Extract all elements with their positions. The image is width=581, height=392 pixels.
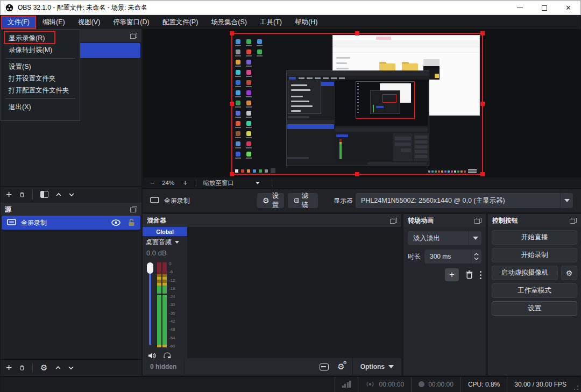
- lock-open-icon[interactable]: [128, 219, 135, 226]
- fit-mode-label[interactable]: 缩放至窗口: [196, 179, 256, 187]
- desktop-icon: [246, 60, 251, 65]
- menu-view[interactable]: 视图(V): [72, 16, 107, 29]
- title-bar: OBS 32.1.0 - 配置文件: 未命名 - 场景: 未命名 ✕: [0, 0, 581, 15]
- menu-item-settings[interactable]: 设置(S): [1, 61, 80, 73]
- zoom-level: 24%: [162, 180, 174, 186]
- popout-icon[interactable]: [130, 33, 137, 39]
- duration-label: 时长: [408, 252, 421, 261]
- menu-item-exit[interactable]: 退出(X): [1, 101, 80, 113]
- transition-properties-kebab-icon[interactable]: [480, 271, 481, 279]
- resize-grip[interactable]: [573, 385, 579, 390]
- start-virtual-camera-button[interactable]: 启动虚拟摄像机: [492, 266, 558, 280]
- desktop-icon: [246, 39, 251, 44]
- tray-icon: [444, 170, 447, 173]
- tray-icon: [428, 170, 430, 173]
- desktop-icon: [246, 70, 251, 75]
- popout-icon[interactable]: [390, 218, 397, 224]
- menu-edit[interactable]: 编辑(E): [36, 16, 72, 29]
- maximize-button[interactable]: [532, 1, 556, 15]
- start-recording-button[interactable]: 开始录制: [492, 248, 577, 262]
- volume-slider-handle[interactable]: [147, 262, 153, 274]
- status-bar: 00:00:00 00:00:00 CPU: 0.8% 30.00 / 30.0…: [1, 376, 580, 391]
- source-settings-button[interactable]: ⚙ 设置: [257, 193, 284, 208]
- desktop-icon: [246, 141, 251, 146]
- menu-profile[interactable]: 配置文件(P): [156, 16, 205, 29]
- obs-logo-icon: [5, 4, 13, 12]
- settings-button[interactable]: 设置: [492, 301, 577, 316]
- add-source-button[interactable]: +: [6, 362, 12, 373]
- virtual-camera-settings-button[interactable]: ⚙: [561, 266, 577, 280]
- popout-icon[interactable]: [130, 206, 137, 212]
- popout-icon[interactable]: [570, 218, 577, 224]
- menu-item-show-profile-folder[interactable]: 打开配置文件文件夹: [1, 84, 80, 96]
- menu-help[interactable]: 帮助(H): [288, 16, 324, 29]
- mixer-title: 混音器: [147, 216, 166, 225]
- close-button[interactable]: ✕: [556, 1, 580, 15]
- transitions-panel: 转场动画 淡入淡出 时长 300 ms +: [403, 214, 486, 375]
- desktop-icon: [236, 60, 240, 65]
- zoom-out-button[interactable]: −: [143, 179, 162, 187]
- chevron-down-icon[interactable]: [256, 182, 260, 184]
- add-scene-button[interactable]: +: [6, 189, 12, 199]
- minimize-button[interactable]: [508, 1, 532, 15]
- sources-panel-title: 源: [5, 205, 11, 214]
- mixer-options-button[interactable]: Options: [353, 363, 401, 370]
- gear-icon: ⚙: [566, 269, 573, 277]
- tray-icon: [448, 170, 450, 173]
- popout-icon[interactable]: [474, 218, 481, 224]
- desktop-icon: [236, 111, 240, 116]
- volume-slider[interactable]: [146, 262, 154, 347]
- remove-transition-button[interactable]: [465, 270, 473, 279]
- advanced-audio-gears-icon[interactable]: ⚙⚙: [337, 362, 344, 372]
- add-transition-button[interactable]: +: [445, 268, 459, 281]
- scene-filters-button[interactable]: [40, 191, 48, 198]
- menu-file[interactable]: 文件(F): [1, 16, 36, 29]
- move-source-up-button[interactable]: [55, 365, 61, 370]
- filters-icon: [294, 197, 299, 204]
- studio-mode-button[interactable]: 工作室模式: [492, 283, 577, 298]
- move-source-down-button[interactable]: [68, 365, 74, 370]
- tray-icon: [464, 170, 466, 173]
- desktop-icon: [236, 131, 240, 136]
- tray-icon: [431, 170, 434, 173]
- move-scene-down-button[interactable]: [69, 192, 74, 197]
- source-filters-button[interactable]: 滤镜: [288, 193, 318, 208]
- audio-channel: Global 桌面音频 0.0 dB 0-6-12 -18-24-30 -36-…: [143, 227, 187, 358]
- source-properties-gear-icon[interactable]: ⚙: [40, 363, 47, 373]
- move-scene-up-button[interactable]: [56, 192, 61, 197]
- duration-value: 300 ms: [430, 253, 451, 260]
- menu-item-remux[interactable]: 录像转封装(M): [1, 44, 80, 56]
- desktop-icon: [246, 131, 251, 136]
- menu-separator: [5, 58, 75, 59]
- spinner-up-icon[interactable]: [474, 253, 479, 256]
- tray-icon: [460, 170, 463, 173]
- desktop-icon: [246, 90, 251, 95]
- remove-source-button[interactable]: [19, 365, 25, 370]
- transition-select[interactable]: 淡入淡出: [408, 231, 481, 245]
- visibility-eye-icon[interactable]: [111, 219, 121, 226]
- hidden-count-label: 0 hidden: [143, 363, 184, 370]
- duration-spinner[interactable]: 300 ms: [424, 250, 481, 263]
- captured-desktop[interactable]: [231, 33, 483, 175]
- stream-status-icon: [365, 381, 375, 388]
- chevron-down-icon[interactable]: [175, 241, 179, 244]
- desktop-icon: [236, 141, 240, 146]
- menu-item-show-settings-folder[interactable]: 打开设置文件夹: [1, 73, 80, 84]
- controls-panel-header: 控制按钮: [488, 214, 581, 227]
- remove-scene-button[interactable]: [19, 192, 25, 197]
- menu-docks[interactable]: 停靠窗口(D): [107, 16, 155, 29]
- zoom-in-button[interactable]: +: [174, 179, 196, 187]
- layout-toggle-icon[interactable]: [320, 364, 329, 370]
- source-item-selected[interactable]: 全屏录制: [2, 216, 140, 230]
- menu-tools[interactable]: 工具(T): [253, 16, 288, 29]
- volume-db-label: 0.0 dB: [143, 247, 187, 258]
- desktop-icon: [236, 101, 240, 105]
- start-streaming-button[interactable]: 开始直播: [492, 230, 577, 245]
- minimize-icon: [517, 8, 523, 9]
- display-select[interactable]: PHL24M1N5500Z: 2560x1440 @ 0,0 (主显示器): [356, 193, 573, 208]
- captured-obs-window: [286, 70, 429, 166]
- spinner-down-icon[interactable]: [474, 257, 479, 260]
- menu-scene-collection[interactable]: 场景集合(S): [204, 16, 253, 29]
- menu-item-show-recordings[interactable]: 显示录像(R): [1, 32, 80, 44]
- preview-area[interactable]: [143, 29, 581, 177]
